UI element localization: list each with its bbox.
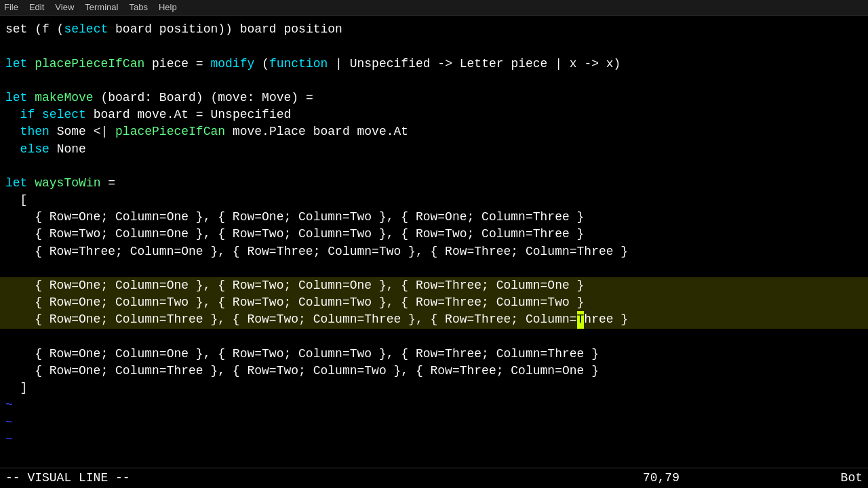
- code-line-16: { Row=One; Column=One }, { Row=Two; Colu…: [0, 277, 868, 294]
- menu-terminal[interactable]: Terminal: [85, 1, 118, 14]
- menu-help[interactable]: Help: [159, 1, 177, 14]
- code-line-20: { Row=One; Column=One }, { Row=Two; Colu…: [0, 346, 868, 363]
- scroll-text: Bot: [841, 471, 863, 485]
- code-line-11: [: [0, 192, 868, 209]
- menu-tabs[interactable]: Tabs: [129, 1, 147, 14]
- menu-bar: File Edit View Terminal Tabs Help: [0, 0, 868, 16]
- code-line-14: { Row=Three; Column=One }, { Row=Three; …: [0, 243, 868, 260]
- code-line-1: set (f (select board position)) board po…: [0, 21, 868, 38]
- code-line-tilde-2: ~: [0, 414, 868, 431]
- code-line-12: { Row=One; Column=One }, { Row=One; Colu…: [0, 209, 868, 226]
- code-line-6: if select board move.At = Unspecified: [0, 106, 868, 123]
- code-line-10: let waysToWin =: [0, 175, 868, 192]
- code-line-22: ]: [0, 380, 868, 396]
- code-line-tilde-3: ~: [0, 431, 868, 448]
- code-line-2: [0, 38, 868, 55]
- cursor: T: [577, 311, 585, 328]
- vim-mode: -- VISUAL LINE --: [5, 470, 130, 487]
- position-text: 70,79: [643, 471, 679, 485]
- code-editor[interactable]: set (f (select board position)) board po…: [0, 16, 868, 468]
- code-line-5: let makeMove (board: Board) (move: Move)…: [0, 89, 868, 106]
- status-bar: -- VISUAL LINE -- 70,79 Bot: [0, 468, 868, 488]
- code-line-15: [0, 260, 868, 277]
- code-line-9: [0, 158, 868, 175]
- code-line-4: [0, 73, 868, 89]
- menu-edit[interactable]: Edit: [29, 1, 44, 14]
- code-line-18: { Row=One; Column=Three }, { Row=Two; Co…: [0, 311, 868, 328]
- cursor-position: 70,79 Bot: [643, 470, 863, 487]
- code-line-7: then Some <| placePieceIfCan move.Place …: [0, 123, 868, 140]
- code-line-13: { Row=Two; Column=One }, { Row=Two; Colu…: [0, 226, 868, 243]
- code-line-21: { Row=One; Column=Three }, { Row=Two; Co…: [0, 363, 868, 380]
- code-line-17: { Row=One; Column=Two }, { Row=Two; Colu…: [0, 294, 868, 311]
- code-line-3: let placePieceIfCan piece = modify (func…: [0, 56, 868, 73]
- code-line-tilde-1: ~: [0, 396, 868, 413]
- code-line-19: [0, 329, 868, 346]
- menu-view[interactable]: View: [55, 1, 74, 14]
- menu-file[interactable]: File: [4, 1, 18, 14]
- code-line-8: else None: [0, 141, 868, 158]
